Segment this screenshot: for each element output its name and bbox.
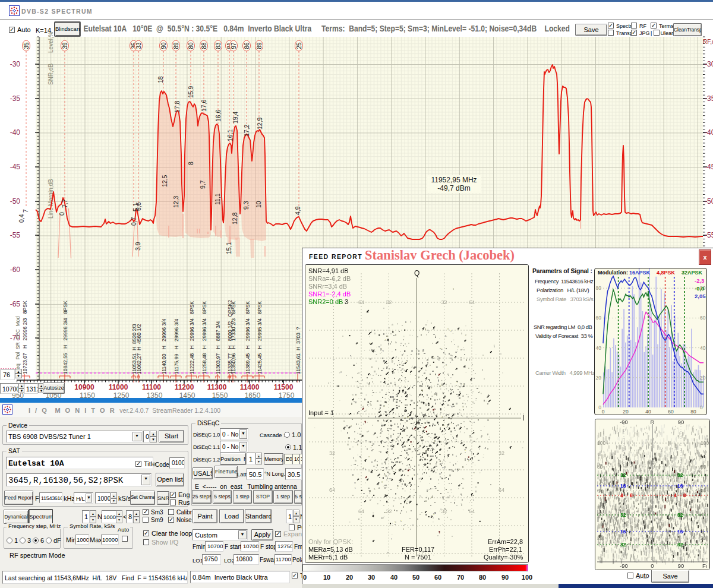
svg-text:3,9: 3,9 — [134, 242, 141, 251]
svg-text:90: 90 — [160, 42, 167, 49]
svg-text:11400: 11400 — [240, 383, 260, 391]
svg-text:0: 0 — [700, 404, 703, 410]
svg-text:11200: 11200 — [175, 383, 194, 391]
svg-text:89: 89 — [173, 42, 179, 49]
svg-text:7: 7 — [22, 209, 29, 213]
svg-text:12,9: 12,9 — [256, 117, 263, 129]
svg-text:17,6: 17,6 — [200, 99, 207, 112]
svg-text:-30: -30 — [705, 60, 713, 68]
svg-text:17,8: 17,8 — [173, 100, 181, 113]
svg-text:39: 39 — [62, 42, 68, 49]
svg-text:-35: -35 — [705, 94, 713, 103]
svg-text:11300: 11300 — [207, 383, 227, 391]
svg-text:15,1: 15,1 — [225, 242, 232, 254]
svg-text:9,3: 9,3 — [242, 201, 250, 210]
svg-text:97: 97 — [231, 42, 237, 49]
svg-text:-55: -55 — [10, 231, 21, 239]
svg-text:11425,45 H 29995 3/4 8PS: 11425,45 H 29995 3/4 8PSK — [257, 301, 263, 374]
svg-text:11222,48 H 29996 3/4 8PS: 11222,48 H 29996 3/4 8PSK — [189, 301, 195, 374]
svg-text:0,4: 0,4 — [18, 214, 25, 223]
svg-text:12,5: 12,5 — [161, 175, 168, 187]
svg-text:86: 86 — [244, 42, 250, 49]
svg-text:0: 0 — [598, 404, 601, 410]
svg-text:11000: 11000 — [109, 383, 128, 391]
svg-text:15,9: 15,9 — [187, 86, 194, 98]
svg-text:89: 89 — [256, 42, 263, 49]
svg-text:11500: 11500 — [274, 383, 294, 391]
svg-text:0: 0 — [602, 409, 605, 415]
svg-text:Linc Margin,dB: Linc Margin,dB — [48, 179, 54, 219]
svg-text:11389,45 H 29996 3/4 8PS: 11389,45 H 29996 3/4 8PSK — [245, 301, 251, 374]
svg-text:Freq Pol SR FEC Mod: Freq Pol SR FEC Mod — [15, 316, 21, 374]
svg-text:10900: 10900 — [74, 383, 94, 391]
svg-text:8: 8 — [187, 162, 194, 165]
svg-text:17,2: 17,2 — [243, 124, 250, 137]
svg-text:40: 40 — [700, 345, 706, 351]
svg-text:25: 25 — [296, 42, 302, 49]
svg-text:4,9: 4,9 — [294, 206, 301, 215]
svg-text:-45: -45 — [10, 163, 21, 171]
svg-text:-0,0: -0,0 — [695, 285, 704, 292]
svg-text:20: 20 — [623, 409, 629, 415]
svg-text:2,05: 2,05 — [695, 293, 706, 299]
svg-text:4,8PSK: 4,8PSK — [657, 270, 676, 276]
svg-text:80: 80 — [188, 42, 194, 49]
svg-text:35: 35 — [23, 42, 30, 49]
svg-text:-40: -40 — [10, 128, 21, 137]
svg-text:-2,3: -2,3 — [695, 277, 704, 284]
svg-text:11175,99 H 29996 3/4: 11175,99 H 29996 3/4 — [173, 318, 179, 374]
svg-text:20: 20 — [596, 375, 602, 381]
svg-text:19,4: 19,4 — [232, 111, 239, 124]
svg-text:7,7: 7,7 — [61, 199, 68, 208]
svg-text:83: 83 — [215, 42, 222, 49]
svg-text:Modulation:: Modulation: — [598, 270, 628, 276]
svg-text:RF,c: RF,c — [703, 39, 713, 45]
svg-text:20: 20 — [700, 375, 706, 381]
svg-text:-65: -65 — [10, 300, 21, 308]
svg-text:9,7: 9,7 — [199, 180, 206, 189]
svg-text:18: 18 — [157, 76, 164, 83]
svg-text:-45: -45 — [705, 163, 713, 171]
svg-text:11543,61 H 3703 ?: 11543,61 H 3703 ? — [295, 327, 301, 374]
svg-text:88: 88 — [201, 42, 207, 49]
svg-text:32APSK: 32APSK — [682, 270, 703, 276]
svg-text:-35: -35 — [10, 94, 21, 103]
svg-text:80: 80 — [596, 285, 602, 291]
svg-text:40: 40 — [596, 345, 602, 351]
svg-text:16,6: 16,6 — [214, 109, 222, 122]
svg-text:11140,00 H 29996 3/4: 11140,00 H 29996 3/4 — [161, 318, 167, 374]
svg-text:12,8: 12,8 — [231, 212, 238, 225]
svg-text:33: 33 — [135, 42, 142, 49]
svg-text:10: 10 — [255, 201, 262, 208]
svg-text:SNR,dB: SNR,dB — [48, 64, 54, 85]
svg-text:12,3: 12,3 — [172, 195, 179, 208]
svg-text:Level,%: Level,% — [48, 31, 54, 53]
svg-text:6,6: 6,6 — [135, 202, 142, 211]
svg-text:11303,97 H 8887 3/4: 11303,97 H 8887 3/4 — [215, 321, 221, 374]
svg-text:10723,07 H 29996 2/3 8PS: 10723,07 H 29996 2/3 8PSK — [22, 301, 28, 374]
svg-text:60: 60 — [668, 409, 674, 415]
svg-text:-50: -50 — [10, 197, 21, 206]
svg-text:-50: -50 — [705, 197, 713, 206]
svg-text:11258,48 H 29996 3/4 8PS: 11258,48 H 29996 3/4 8PSK — [201, 301, 207, 374]
svg-text:60: 60 — [596, 315, 602, 321]
svg-text:0,7: 0,7 — [130, 217, 137, 226]
svg-text:40: 40 — [645, 409, 651, 415]
svg-text:-40: -40 — [705, 128, 713, 137]
svg-text:-30: -30 — [10, 60, 21, 68]
svg-text:16APSK: 16APSK — [629, 270, 651, 276]
svg-text:-55: -55 — [705, 231, 713, 239]
svg-text:80: 80 — [690, 409, 696, 415]
svg-text:11062,27 H 4560 1/2: 11062,27 H 4560 1/2 — [136, 324, 142, 374]
svg-text:-49,7 dBm: -49,7 dBm — [437, 184, 470, 192]
svg-text:11350,96 H 17330 2/3 8PS: 11350,96 H 17330 2/3 8PSK — [231, 301, 236, 374]
svg-text:60: 60 — [700, 315, 706, 321]
svg-text:0: 0 — [58, 212, 65, 216]
svg-text:11100: 11100 — [142, 383, 161, 391]
svg-text:-60: -60 — [10, 265, 21, 274]
svg-text:11952,95 MHz: 11952,95 MHz — [431, 176, 477, 184]
svg-text:11,1: 11,1 — [214, 193, 221, 205]
svg-text:10842,55 H 29996 3/4 8PS: 10842,55 H 29996 3/4 8PSK — [62, 301, 68, 374]
svg-text:16,1: 16,1 — [226, 129, 234, 141]
